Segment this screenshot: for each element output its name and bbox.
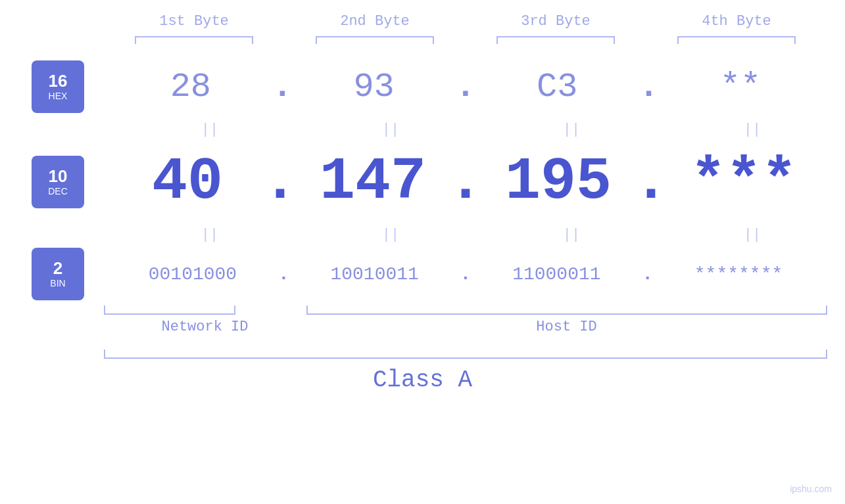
hex-dot2: . [455,68,475,106]
watermark: ipshu.com [790,484,832,494]
eq1-b3: || [506,122,637,138]
top-brackets [104,36,827,44]
dec-byte3: 195 [493,149,624,216]
eq1-b1: || [144,122,276,138]
hex-values: 28 . 93 . C3 . ** [117,57,814,116]
bin-values: 00101000 . 10010011 . 11000011 . *******… [117,248,814,300]
eq2-b1: || [144,227,276,243]
hex-badge-label: HEX [49,91,68,101]
hex-badge: 16 HEX [32,60,84,113]
eq2-b2: || [325,227,456,243]
bracket-byte1 [135,36,253,44]
bin-badge-number: 2 [53,260,62,277]
bracket-byte4 [677,36,796,44]
class-label: Class A [0,367,845,394]
dec-badge: 10 DEC [32,156,84,208]
dec-dot2: . [448,149,483,216]
main-container: 1st Byte 2nd Byte 3rd Byte 4th Byte 16 H… [0,0,845,504]
hex-byte4: ** [675,68,806,106]
hex-row-wrapper: 16 HEX 28 . 93 . C3 . ** [0,57,845,116]
dec-byte1: 40 [122,149,253,216]
byte1-header: 1st Byte [128,13,260,30]
bin-dot1: . [278,264,289,285]
byte4-header: 4th Byte [671,13,802,30]
full-bottom-bracket [104,350,827,359]
bracket-byte2 [316,36,434,44]
equals-row-2: || || || || [120,221,843,248]
byte-headers: 1st Byte 2nd Byte 3rd Byte 4th Byte [104,13,827,30]
bottom-bracket-host [306,306,827,315]
dec-dot1: . [262,149,298,216]
hex-byte1: 28 [125,68,256,106]
bottom-bracket-network [104,306,235,315]
hex-byte3: C3 [491,68,623,106]
dec-dot3: . [633,149,669,216]
eq1-b2: || [325,122,456,138]
network-id-label: Network ID [104,319,306,335]
hex-dot1: . [272,68,293,106]
dec-byte2: 147 [307,149,439,216]
bottom-bracket-row [104,306,827,315]
bin-byte2: 10010011 [309,264,441,285]
eq2-b4: || [687,227,818,243]
hex-byte2: 93 [308,68,440,106]
bin-row-wrapper: 2 BIN 00101000 . 10010011 . 11000011 . *… [0,248,845,300]
bin-dot3: . [642,264,653,285]
byte2-header: 2nd Byte [309,13,441,30]
eq1-b4: || [687,122,818,138]
bin-byte1: 00101000 [127,264,258,285]
dec-row-wrapper: 10 DEC 40 . 147 . 195 . *** [0,143,845,221]
dec-values: 40 . 147 . 195 . *** [117,143,814,221]
byte3-header: 3rd Byte [490,13,621,30]
equals-row-1: || || || || [120,116,843,143]
dec-badge-number: 10 [49,168,68,185]
hex-badge-number: 16 [49,72,68,89]
eq2-b3: || [506,227,637,243]
bin-byte4: ******** [673,264,804,285]
bracket-byte3 [496,36,615,44]
bin-badge-label: BIN [50,278,65,288]
hex-dot3: . [639,68,659,106]
dec-byte4: *** [678,149,809,216]
dec-badge-label: DEC [48,186,68,196]
bin-badge: 2 BIN [32,248,84,300]
host-id-label: Host ID [306,319,827,335]
bin-dot2: . [460,264,471,285]
bin-byte3: 11000011 [491,264,622,285]
id-labels-row: Network ID Host ID [104,319,827,335]
